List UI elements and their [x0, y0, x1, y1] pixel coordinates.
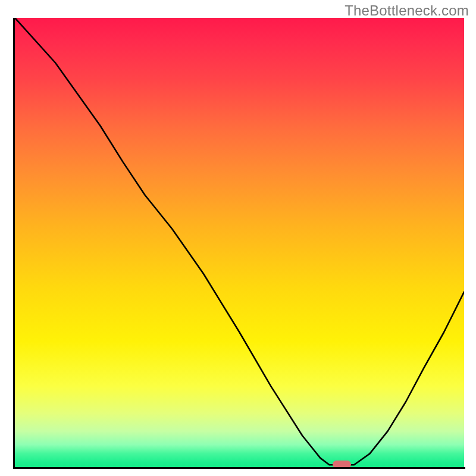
chart-container: TheBottleneck.com	[0, 0, 476, 476]
x-axis	[13, 467, 465, 469]
bottleneck-curve	[15, 18, 464, 467]
y-axis	[13, 18, 15, 469]
plot-area	[15, 18, 464, 467]
watermark-label: TheBottleneck.com	[345, 2, 469, 19]
